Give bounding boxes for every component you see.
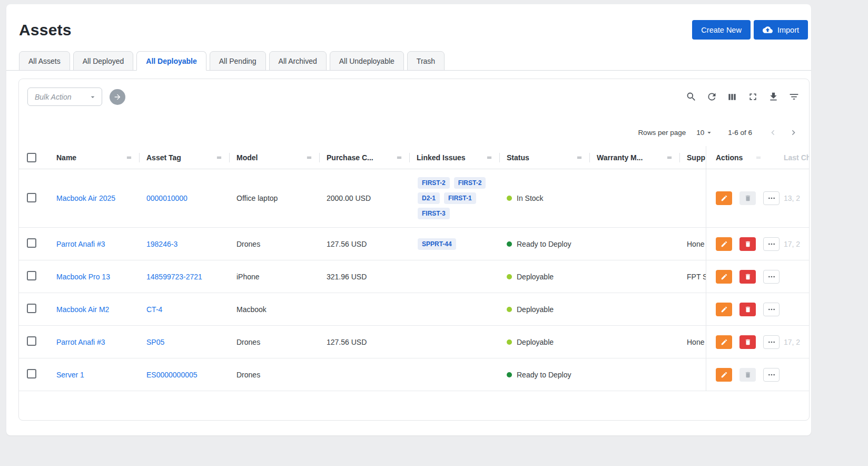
- more-actions-button[interactable]: [763, 368, 780, 382]
- column-drag-handle-icon: [755, 154, 762, 161]
- column-drag-handle-icon[interactable]: [305, 154, 313, 161]
- tab-all-pending[interactable]: All Pending: [210, 51, 266, 71]
- delete-button[interactable]: [739, 335, 756, 349]
- more-actions-button[interactable]: [763, 270, 780, 284]
- next-page-button[interactable]: [788, 128, 798, 138]
- asset-name-link[interactable]: Server 1: [56, 371, 84, 379]
- more-actions-button[interactable]: [763, 335, 780, 349]
- row-checkbox[interactable]: [27, 304, 36, 313]
- asset-tag-link[interactable]: 148599723-2721: [146, 273, 202, 281]
- import-button[interactable]: Import: [754, 20, 808, 40]
- linked-issues-cell: [417, 334, 507, 350]
- tab-trash[interactable]: Trash: [407, 51, 445, 71]
- asset-tag-link[interactable]: 0000010000: [146, 194, 188, 202]
- page-size-value: 10: [696, 129, 704, 137]
- purchase-cost-cell: 321.96 USD: [327, 273, 417, 281]
- edit-button[interactable]: [716, 335, 732, 349]
- row-actions: [706, 260, 783, 293]
- actions-column-header: Actions: [706, 146, 783, 169]
- bulk-action-go-button[interactable]: [110, 89, 125, 105]
- create-new-label: Create New: [701, 26, 742, 34]
- linked-issue-chip[interactable]: FIRST-2: [454, 177, 486, 189]
- bulk-action-select[interactable]: Bulk Action: [27, 88, 102, 106]
- row-checkbox[interactable]: [27, 271, 36, 280]
- column-header-actions: Actions: [716, 153, 743, 162]
- delete-button[interactable]: [739, 237, 756, 251]
- asset-name-link[interactable]: Macbook Pro 13: [56, 273, 110, 281]
- table-row: Parrot Anafi #3 SP05 Drones 127.56 USD D…: [19, 326, 810, 358]
- asset-name-link[interactable]: Macbook Air 2025: [56, 194, 115, 202]
- linked-issue-chip[interactable]: SPPRT-44: [418, 238, 456, 250]
- search-icon[interactable]: [685, 91, 697, 103]
- linked-issue-chip[interactable]: FIRST-3: [418, 208, 450, 219]
- table-row: Macbook Air M2 CT-4 Macbook Deployable: [19, 293, 810, 326]
- row-checkbox[interactable]: [27, 369, 36, 378]
- more-actions-button[interactable]: [763, 303, 780, 316]
- more-actions-button[interactable]: [763, 237, 780, 251]
- linked-issues-cell: SPPRT-44: [417, 230, 507, 258]
- filter-icon[interactable]: [788, 91, 800, 103]
- column-header-warranty: Warranty M...: [597, 153, 643, 162]
- select-all-checkbox[interactable]: [27, 153, 36, 162]
- linked-issue-chip[interactable]: D2-1: [418, 192, 440, 204]
- column-drag-handle-icon[interactable]: [396, 154, 403, 161]
- status-label: Ready to Deploy: [517, 240, 571, 248]
- tab-all-archived[interactable]: All Archived: [269, 51, 327, 71]
- purchase-cost-cell: 127.56 USD: [327, 240, 417, 248]
- linked-issues-cell: [417, 302, 507, 317]
- tab-all-undeployable[interactable]: All Undeployable: [330, 51, 404, 71]
- asset-tag-link[interactable]: SP05: [146, 338, 164, 346]
- delete-button: [739, 191, 756, 205]
- status-dot: [507, 196, 512, 201]
- create-new-button[interactable]: Create New: [692, 20, 751, 40]
- edit-button[interactable]: [716, 303, 732, 316]
- asset-tag-link[interactable]: ES0000000005: [146, 371, 198, 379]
- edit-button[interactable]: [716, 270, 732, 284]
- linked-issue-chip[interactable]: FIRST-1: [444, 192, 476, 204]
- more-actions-button[interactable]: [763, 191, 780, 205]
- linked-issues-cell: [417, 367, 507, 383]
- asset-name-link[interactable]: Parrot Anafi #3: [56, 240, 105, 248]
- column-drag-handle-icon[interactable]: [576, 154, 583, 161]
- row-checkbox[interactable]: [27, 336, 36, 346]
- tab-all-deployable[interactable]: All Deployable: [136, 51, 206, 71]
- column-drag-handle-icon[interactable]: [125, 154, 133, 161]
- asset-tag-link[interactable]: CT-4: [146, 305, 162, 314]
- asset-name-link[interactable]: Macbook Air M2: [56, 305, 109, 314]
- column-drag-handle-icon[interactable]: [666, 154, 673, 161]
- edit-button[interactable]: [716, 191, 732, 205]
- delete-button[interactable]: [739, 270, 756, 284]
- previous-page-button[interactable]: [768, 128, 778, 138]
- delete-button[interactable]: [739, 303, 756, 316]
- table-header: Name Asset Tag Model Purchase C... Linke…: [19, 146, 810, 169]
- refresh-icon[interactable]: [706, 91, 717, 103]
- column-drag-handle-icon[interactable]: [486, 154, 493, 161]
- download-icon[interactable]: [767, 91, 779, 103]
- tab-all-deployed[interactable]: All Deployed: [73, 51, 134, 71]
- row-actions: [706, 358, 783, 391]
- asset-name-link[interactable]: Parrot Anafi #3: [56, 338, 105, 346]
- row-checkbox[interactable]: [27, 193, 36, 202]
- page-size-select[interactable]: 10: [696, 129, 713, 137]
- table-row: Server 1 ES0000000005 Drones Ready to De…: [19, 358, 810, 391]
- page-title: Assets: [19, 21, 72, 39]
- tab-all-assets[interactable]: All Assets: [19, 51, 70, 71]
- columns-icon[interactable]: [726, 91, 738, 103]
- model-cell: Drones: [236, 371, 327, 379]
- status-dot: [507, 372, 512, 377]
- asset-tag-link[interactable]: 198246-3: [146, 240, 177, 248]
- table-toolbar: Bulk Action: [19, 79, 809, 106]
- row-checkbox[interactable]: [27, 238, 36, 248]
- edit-button[interactable]: [716, 368, 732, 382]
- bulk-action-placeholder: Bulk Action: [35, 93, 72, 101]
- column-drag-handle-icon[interactable]: [215, 154, 223, 161]
- purchase-cost-cell: 2000.00 USD: [327, 194, 417, 202]
- linked-issue-chip[interactable]: FIRST-2: [418, 177, 450, 189]
- edit-button[interactable]: [716, 237, 732, 251]
- status-label: Deployable: [517, 338, 554, 346]
- page-header: Assets Create New Import: [6, 4, 811, 40]
- status-dot: [507, 274, 512, 279]
- status-label: In Stock: [517, 194, 544, 202]
- column-header-asset-tag: Asset Tag: [146, 153, 181, 162]
- fullscreen-icon[interactable]: [747, 91, 758, 103]
